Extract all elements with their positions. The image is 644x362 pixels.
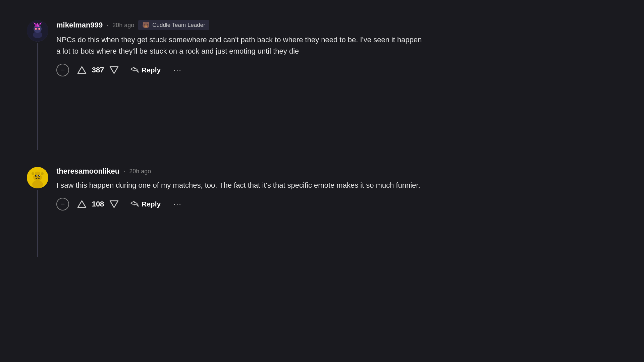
svg-marker-26 [110,201,118,207]
svg-point-22 [39,175,40,176]
comment-content: theresamoonlikeu · 20h ago I saw this ha… [56,167,443,210]
downvote-button[interactable] [108,65,120,75]
svg-marker-12 [110,67,118,73]
comment-header: mikelman999 · 20h ago 🐻 Cuddle Team Lead… [56,20,443,30]
svg-point-19 [35,175,37,177]
reply-icon [130,66,139,74]
upvote-icon [77,66,87,74]
collapse-icon: − [61,200,65,208]
page-container: mikelman999 · 20h ago 🐻 Cuddle Team Lead… [0,0,470,277]
downvote-icon [109,66,119,74]
comment-username: theresamoonlikeu [56,167,119,176]
comment-header: theresamoonlikeu · 20h ago [56,167,443,176]
downvote-icon [109,200,119,208]
flair-label: Cuddle Team Leader [152,22,205,28]
reply-button[interactable]: Reply [127,198,164,210]
reply-label: Reply [142,200,161,208]
vote-group: 387 [76,65,120,75]
comment-username: mikelman999 [56,21,103,29]
comment-thread: mikelman999 · 20h ago 🐻 Cuddle Team Lead… [27,20,443,257]
svg-point-21 [36,175,37,176]
flair-icon: 🐻 [142,21,150,29]
comment-left-col [27,167,48,257]
avatar-image [27,167,48,188]
comment-timestamp: 20h ago [112,22,134,29]
svg-point-10 [39,28,40,29]
svg-marker-11 [78,67,86,73]
upvote-icon [77,200,87,208]
more-icon: ··· [173,66,181,74]
comment-flair: 🐻 Cuddle Team Leader [138,20,209,30]
svg-point-20 [38,175,40,177]
avatar-image [27,20,48,42]
thread-line [37,43,38,150]
upvote-button[interactable] [76,65,88,75]
svg-point-18 [41,172,44,175]
comment-content: mikelman999 · 20h ago 🐻 Cuddle Team Lead… [56,20,443,76]
svg-point-17 [32,172,34,175]
comment-timestamp: 20h ago [129,168,151,175]
vote-count: 387 [91,66,105,74]
svg-point-9 [36,28,37,29]
vote-count: 108 [91,200,105,208]
collapse-icon: − [61,66,65,74]
thread-line [37,190,38,257]
more-button[interactable]: ··· [171,198,184,210]
collapse-button[interactable]: − [56,198,69,210]
comment-actions: − 387 [56,64,443,76]
collapse-button[interactable]: − [56,64,69,76]
avatar [27,167,48,188]
reply-label: Reply [142,66,161,74]
comment-body: I saw this happen during one of my match… [56,180,425,191]
comment-body: NPCs do this when they get stuck somewhe… [56,34,425,57]
more-button[interactable]: ··· [171,64,184,76]
vote-group: 108 [76,199,120,209]
reply-icon [130,200,139,208]
svg-point-24 [32,180,43,188]
avatar [27,20,48,42]
more-icon: ··· [173,200,181,208]
comment-left-col [27,20,48,150]
downvote-button[interactable] [108,199,120,209]
reply-button[interactable]: Reply [127,64,164,76]
upvote-button[interactable] [76,199,88,209]
svg-marker-25 [78,201,86,207]
comment-item: mikelman999 · 20h ago 🐻 Cuddle Team Lead… [27,20,443,150]
comment-actions: − 108 [56,198,443,210]
comment-item: theresamoonlikeu · 20h ago I saw this ha… [27,167,443,257]
svg-point-23 [37,177,39,178]
